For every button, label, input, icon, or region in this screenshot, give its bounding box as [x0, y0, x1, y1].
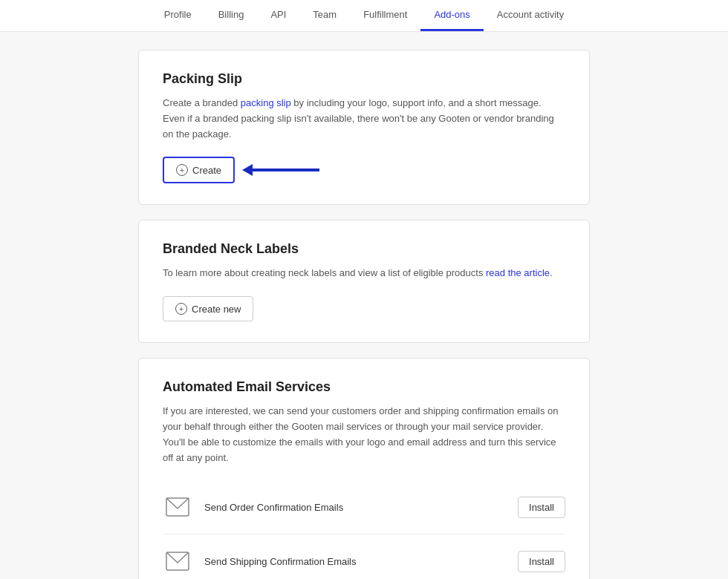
- nav-item-team[interactable]: Team: [299, 0, 350, 31]
- automated-email-title: Automated Email Services: [163, 379, 565, 395]
- nav-item-addons[interactable]: Add-ons: [420, 0, 483, 31]
- nav-bar: Profile Billing API Team Fulfillment Add…: [0, 0, 728, 32]
- mail-svg-shipping: [166, 552, 189, 571]
- automated-email-description: If you are interested, we can send your …: [163, 404, 565, 465]
- packing-slip-title: Packing Slip: [163, 71, 565, 87]
- branded-neck-labels-description: To learn more about creating neck labels…: [163, 266, 565, 281]
- neck-labels-plus-icon: +: [175, 303, 187, 315]
- neck-labels-create-new-label: Create new: [192, 304, 241, 315]
- order-email-install-button[interactable]: Install: [518, 497, 565, 518]
- nav-items: Profile Billing API Team Fulfillment Add…: [151, 0, 577, 31]
- neck-labels-desc-before: To learn more about creating neck labels…: [163, 267, 486, 278]
- shipping-email-install-button[interactable]: Install: [518, 551, 565, 572]
- main-content: Packing Slip Create a branded packing sl…: [126, 32, 602, 579]
- email-service-row-shipping: Send Shipping Confirmation Emails Instal…: [163, 534, 565, 579]
- packing-slip-description: Create a branded packing slip by includi…: [163, 96, 565, 142]
- packing-slip-desc-before: Create a branded: [163, 97, 241, 108]
- nav-item-account-activity[interactable]: Account activity: [484, 0, 577, 31]
- nav-item-profile[interactable]: Profile: [151, 0, 205, 31]
- nav-item-billing[interactable]: Billing: [205, 0, 258, 31]
- arrow-annotation: [242, 164, 319, 176]
- nav-item-api[interactable]: API: [257, 0, 299, 31]
- packing-slip-link[interactable]: packing slip: [241, 97, 291, 108]
- nav-item-fulfillment[interactable]: Fulfillment: [350, 0, 420, 31]
- automated-email-card: Automated Email Services If you are inte…: [138, 358, 590, 579]
- order-email-label: Send Order Confirmation Emails: [204, 502, 518, 513]
- packing-slip-create-label: Create: [192, 165, 221, 176]
- neck-labels-create-new-button[interactable]: + Create new: [163, 296, 253, 321]
- plus-circle-icon: +: [176, 164, 188, 176]
- order-email-icon: [163, 492, 192, 522]
- packing-slip-create-row: + Create: [163, 157, 565, 183]
- arrow-line: [253, 169, 319, 171]
- branded-neck-labels-card: Branded Neck Labels To learn more about …: [138, 220, 590, 343]
- email-service-row-order: Send Order Confirmation Emails Install: [163, 480, 565, 534]
- neck-labels-link[interactable]: read the article.: [486, 267, 553, 278]
- shipping-email-label: Send Shipping Confirmation Emails: [204, 556, 518, 567]
- packing-slip-card: Packing Slip Create a branded packing sl…: [138, 50, 590, 205]
- branded-neck-labels-title: Branded Neck Labels: [163, 241, 565, 257]
- arrow-head-icon: [242, 164, 253, 176]
- shipping-email-icon: [163, 546, 192, 576]
- mail-svg-order: [166, 497, 189, 517]
- packing-slip-create-button[interactable]: + Create: [163, 157, 235, 183]
